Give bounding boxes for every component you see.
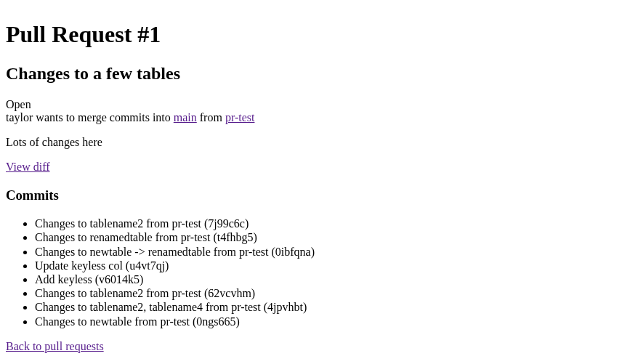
source-branch-link[interactable]: pr-test	[225, 111, 255, 124]
commits-heading: Commits	[6, 187, 616, 203]
commits-list: Changes to tablename2 from pr-test (7j99…	[6, 217, 616, 328]
commit-item: Changes to newtable -> renamedtable from…	[35, 245, 616, 259]
merge-middle: from	[197, 111, 225, 124]
commit-item: Update keyless col (u4vt7qj)	[35, 259, 616, 272]
target-branch-link[interactable]: main	[174, 111, 197, 124]
status-block: Open taylor wants to merge commits into …	[6, 98, 616, 124]
commit-item: Changes to tablename2, tablename4 from p…	[35, 300, 616, 314]
commit-item: Changes to tablename2 from pr-test (7j99…	[35, 217, 616, 230]
status-badge: Open	[6, 98, 31, 110]
pr-description: Lots of changes here	[6, 136, 616, 149]
commit-item: Changes to tablename2 from pr-test (62vc…	[35, 286, 616, 300]
pr-title: Changes to a few tables	[6, 64, 616, 84]
commit-item: Changes to newtable from pr-test (0ngs66…	[35, 315, 616, 328]
commit-item: Changes to renamedtable from pr-test (t4…	[35, 230, 616, 244]
view-diff-link[interactable]: View diff	[6, 161, 50, 173]
commit-item: Add keyless (v6014k5)	[35, 272, 616, 286]
merge-prefix: taylor wants to merge commits into	[6, 111, 174, 124]
page-title: Pull Request #1	[6, 21, 616, 48]
back-link[interactable]: Back to pull requests	[6, 340, 104, 352]
